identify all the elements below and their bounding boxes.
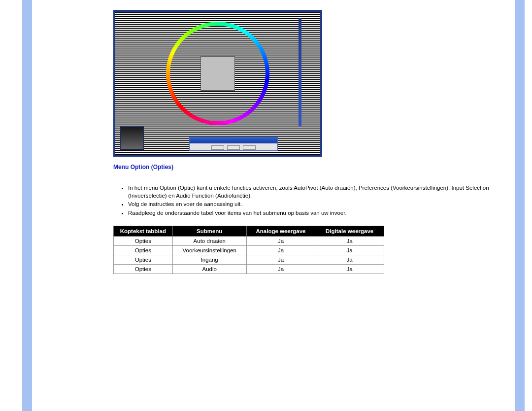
mini-dialog-titlebar <box>190 137 277 143</box>
cell-analog: Ja <box>246 265 315 274</box>
th-submenu: Submenu <box>172 226 246 237</box>
cell-digital: Ja <box>315 237 384 246</box>
hue-ring-center <box>170 26 266 121</box>
mini-dialog-body <box>190 143 277 151</box>
cell-digital: Ja <box>315 246 384 255</box>
th-analog: Analoge weergave <box>246 226 315 237</box>
table-row: Opties Ingang Ja Ja <box>114 255 384 265</box>
cell-analog: Ja <box>246 246 315 255</box>
section-heading: Menu Option (Opties) <box>113 164 498 171</box>
document-page: Menu Option (Opties) In het menu Option … <box>0 0 532 411</box>
mini-dialog <box>189 137 278 151</box>
table-row: Opties Voorkeursinstellingen Ja Ja <box>114 246 384 255</box>
test-pattern-body <box>115 12 320 155</box>
list-item: In het menu Option (Optie) kunt u enkele… <box>128 184 498 200</box>
cell-tab: Opties <box>114 265 173 274</box>
cell-submenu: Voorkeursinstellingen <box>172 246 246 255</box>
options-table: Koptekst tabblad Submenu Analoge weergav… <box>113 226 384 274</box>
cell-digital: Ja <box>315 265 384 274</box>
cell-tab: Opties <box>114 246 173 255</box>
mini-button <box>227 145 240 150</box>
thumbnail-preview <box>120 126 144 150</box>
right-accent-bar <box>515 0 525 411</box>
gray-square-icon <box>200 56 235 91</box>
cell-tab: Opties <box>114 237 173 246</box>
hue-ring-icon <box>166 22 269 125</box>
cell-analog: Ja <box>246 255 315 265</box>
list-item: Volg de instructies en voer de aanpassin… <box>128 201 498 208</box>
cell-tab: Opties <box>114 255 173 265</box>
cell-submenu: Ingang <box>172 255 246 265</box>
mini-button <box>211 145 224 150</box>
instruction-list: In het menu Option (Optie) kunt u enkele… <box>128 184 498 217</box>
th-digital: Digitale weergave <box>315 226 384 237</box>
cell-analog: Ja <box>246 237 315 246</box>
main-content: Menu Option (Opties) In het menu Option … <box>113 10 498 274</box>
mini-button <box>243 145 256 150</box>
table-row: Opties Auto draaien Ja Ja <box>114 237 384 246</box>
cell-digital: Ja <box>315 255 384 265</box>
th-tab: Koptekst tabblad <box>114 226 173 237</box>
left-accent-bar <box>22 0 32 411</box>
test-pattern-figure <box>113 10 322 157</box>
cell-submenu: Auto draaien <box>172 237 246 246</box>
cell-submenu: Audio <box>172 265 246 274</box>
table-row: Opties Audio Ja Ja <box>114 265 384 274</box>
list-item: Raadpleeg de onderstaande tabel voor ite… <box>128 209 498 217</box>
vertical-level-bar <box>299 18 301 126</box>
table-header-row: Koptekst tabblad Submenu Analoge weergav… <box>114 226 384 237</box>
